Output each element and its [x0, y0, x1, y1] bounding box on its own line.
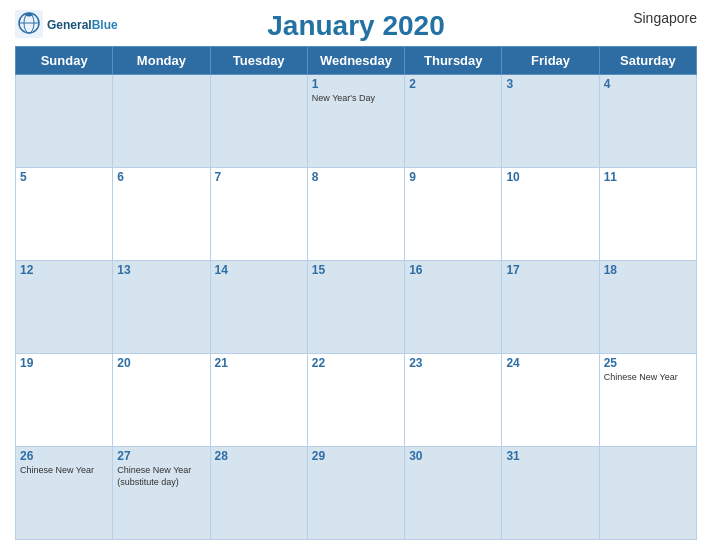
calendar-cell: 26Chinese New Year: [16, 447, 113, 540]
weekday-header: Monday: [113, 47, 210, 75]
logo-icon: [15, 10, 43, 38]
day-number: 14: [215, 263, 303, 277]
day-number: 30: [409, 449, 497, 463]
day-number: 13: [117, 263, 205, 277]
calendar-cell: 3: [502, 75, 599, 168]
event-label: Chinese New Year: [20, 465, 108, 477]
day-number: 11: [604, 170, 692, 184]
day-number: 25: [604, 356, 692, 370]
calendar-cell: 20: [113, 354, 210, 447]
day-number: 23: [409, 356, 497, 370]
day-number: 6: [117, 170, 205, 184]
calendar-cell: 30: [405, 447, 502, 540]
calendar-cell: [210, 75, 307, 168]
calendar-cell: 22: [307, 354, 404, 447]
calendar-cell: 9: [405, 168, 502, 261]
calendar-cell: 24: [502, 354, 599, 447]
calendar-cell: [16, 75, 113, 168]
calendar-table: SundayMondayTuesdayWednesdayThursdayFrid…: [15, 46, 697, 540]
day-number: 22: [312, 356, 400, 370]
weekday-header: Sunday: [16, 47, 113, 75]
calendar-cell: 11: [599, 168, 696, 261]
calendar-cell: 6: [113, 168, 210, 261]
country-label: Singapore: [633, 10, 697, 26]
day-number: 12: [20, 263, 108, 277]
calendar-cell: 15: [307, 261, 404, 354]
event-label: New Year's Day: [312, 93, 400, 105]
calendar-cell: 28: [210, 447, 307, 540]
logo: GeneralBlue: [15, 10, 118, 38]
logo-text: GeneralBlue: [47, 15, 118, 33]
calendar-week-row: 567891011: [16, 168, 697, 261]
page-header: GeneralBlue January 2020 Singapore: [15, 10, 697, 42]
day-number: 4: [604, 77, 692, 91]
calendar-cell: 4: [599, 75, 696, 168]
day-number: 19: [20, 356, 108, 370]
weekday-header: Tuesday: [210, 47, 307, 75]
weekday-header: Wednesday: [307, 47, 404, 75]
day-number: 16: [409, 263, 497, 277]
calendar-cell: 19: [16, 354, 113, 447]
day-number: 28: [215, 449, 303, 463]
day-number: 20: [117, 356, 205, 370]
calendar-cell: 16: [405, 261, 502, 354]
calendar-cell: 1New Year's Day: [307, 75, 404, 168]
calendar-cell: 13: [113, 261, 210, 354]
calendar-cell: [113, 75, 210, 168]
day-number: 3: [506, 77, 594, 91]
calendar-cell: 25Chinese New Year: [599, 354, 696, 447]
calendar-week-row: 1New Year's Day234: [16, 75, 697, 168]
weekday-header: Friday: [502, 47, 599, 75]
weekday-header: Saturday: [599, 47, 696, 75]
calendar-cell: 17: [502, 261, 599, 354]
calendar-cell: 31: [502, 447, 599, 540]
calendar-cell: 10: [502, 168, 599, 261]
calendar-week-row: 12131415161718: [16, 261, 697, 354]
calendar-title: January 2020: [267, 10, 444, 42]
day-number: 5: [20, 170, 108, 184]
calendar-cell: 14: [210, 261, 307, 354]
calendar-cell: 7: [210, 168, 307, 261]
logo-general: General: [47, 18, 92, 32]
calendar-cell: 12: [16, 261, 113, 354]
event-label: Chinese New Year (substitute day): [117, 465, 205, 488]
day-number: 7: [215, 170, 303, 184]
day-number: 31: [506, 449, 594, 463]
event-label: Chinese New Year: [604, 372, 692, 384]
calendar-cell: 29: [307, 447, 404, 540]
day-number: 2: [409, 77, 497, 91]
day-number: 10: [506, 170, 594, 184]
day-number: 1: [312, 77, 400, 91]
weekday-header: Thursday: [405, 47, 502, 75]
weekday-header-row: SundayMondayTuesdayWednesdayThursdayFrid…: [16, 47, 697, 75]
calendar-cell: 27Chinese New Year (substitute day): [113, 447, 210, 540]
day-number: 8: [312, 170, 400, 184]
day-number: 15: [312, 263, 400, 277]
day-number: 27: [117, 449, 205, 463]
day-number: 24: [506, 356, 594, 370]
calendar-cell: [599, 447, 696, 540]
calendar-week-row: 19202122232425Chinese New Year: [16, 354, 697, 447]
calendar-cell: 23: [405, 354, 502, 447]
calendar-cell: 2: [405, 75, 502, 168]
day-number: 17: [506, 263, 594, 277]
day-number: 18: [604, 263, 692, 277]
calendar-week-row: 26Chinese New Year27Chinese New Year (su…: [16, 447, 697, 540]
calendar-cell: 5: [16, 168, 113, 261]
day-number: 21: [215, 356, 303, 370]
day-number: 29: [312, 449, 400, 463]
calendar-cell: 8: [307, 168, 404, 261]
logo-blue: Blue: [92, 18, 118, 32]
calendar-cell: 21: [210, 354, 307, 447]
day-number: 26: [20, 449, 108, 463]
day-number: 9: [409, 170, 497, 184]
calendar-cell: 18: [599, 261, 696, 354]
